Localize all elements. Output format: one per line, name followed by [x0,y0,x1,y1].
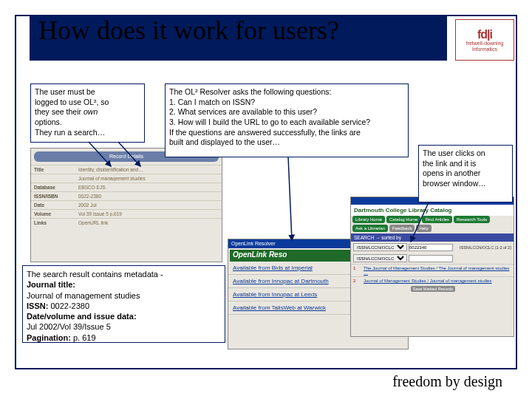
record-row: LinksOpenURL link [31,218,222,227]
logo-line1: fretwell-downing [466,41,504,47]
text: opens in another [423,168,508,179]
screenshot-catalog: Dartmouth College Library Catalog Librar… [350,197,514,337]
logo-mark: fd|i [477,28,492,41]
record-row: Date2002 Jul [31,200,222,209]
screenshot-search-result: Record Details TitleIdentity, disidentif… [30,148,222,262]
text: The OL² Resolver asks the following ques… [169,87,404,98]
search-type-select[interactable]: ISSN/LCCN/OCLC [353,243,407,251]
record-row: TitleIdentity, disidentification and… [31,165,222,174]
text: built and displayed to the user… [169,137,404,148]
text: Journal of management studies [27,290,221,301]
text: The user clicks on [423,149,508,159]
record-row: DatabaseEBSCO EJS [31,183,222,191]
slide-title: How does it work for users? [38,15,339,46]
text: 2. What services are available to this u… [169,107,404,117]
field-label: ISSN/LCCN/OCLC (1-2 of 2) [460,245,511,250]
text: 1. Can I match on ISSN? [169,98,404,108]
record-row: VolumeVol 39 Issue 5 p.619 [31,209,222,218]
search-input[interactable] [409,244,453,251]
text: ISSN: 0022-2380 [27,301,221,311]
result-row[interactable]: 1The Journal of Management Studies / The… [351,264,514,276]
text: They run a search… [35,128,140,138]
search-field-row: ISSN/LCCN/OCLC ISSN/LCCN/OCLC (1-2 of 2) [351,242,514,253]
catalog-banner: Dartmouth College Library Catalog [351,205,514,216]
search-field-row-2: ISSN/LCCN/OCLC [351,253,514,264]
text: If the questions are answered successful… [169,128,404,138]
text: options. [35,117,140,128]
catalog-tab[interactable]: Feedback [389,225,415,232]
callout-user-logged-in: The user must be logged to use OL², so t… [30,83,145,143]
text: Date/volume and issue data: [27,311,221,321]
search-input-2[interactable] [409,255,453,262]
text: logged to use OL², so [35,98,140,108]
catalog-tab[interactable]: Find Articles [422,216,452,223]
record-row: Journal of management studies [31,174,222,183]
text: the link and it is [423,159,508,169]
text: Journal title: [27,279,221,290]
text: browser window… [423,179,508,189]
catalog-tab[interactable]: Help [416,225,431,232]
logo-line2: informatics [472,47,497,52]
text: The search result contains metadata - [27,269,221,279]
text: Pagination: p. 619 [27,332,221,343]
text: Jul 2002/Vol 39/Issue 5 [27,321,221,332]
logo-fdi: fd|i fretwell-downing informatics [455,19,514,61]
callout-user-clicks-link: The user clicks on the link and it is op… [418,145,513,202]
text: The user must be [35,87,140,98]
result-row[interactable]: 2Journal of Management Studies / Journal… [351,276,514,284]
catalog-tabs: Library HomeCatalog HomeFind ArticlesRes… [351,216,514,233]
callout-resolver-questions: The OL² Resolver asks the following ques… [165,83,409,157]
text: 3. How will I build the URL to go to eac… [169,117,404,128]
save-records-button[interactable]: Save Marked Records [411,286,455,292]
search-type-select-2[interactable]: ISSN/LCCN/OCLC [353,254,407,262]
catalog-tab[interactable]: Ask a Librarian [352,225,388,232]
text: they see their own [35,107,140,117]
tagline: freedom by design [392,373,502,390]
search-bar: SEARCH → sorted by [351,233,514,242]
catalog-tab[interactable]: Catalog Home [386,216,420,223]
catalog-tab[interactable]: Research Tools [454,216,490,223]
callout-metadata: The search result contains metadata - Jo… [22,265,225,343]
record-row: ISSN/ISBN0022-2380 [31,191,222,200]
catalog-tab[interactable]: Library Home [352,216,385,223]
